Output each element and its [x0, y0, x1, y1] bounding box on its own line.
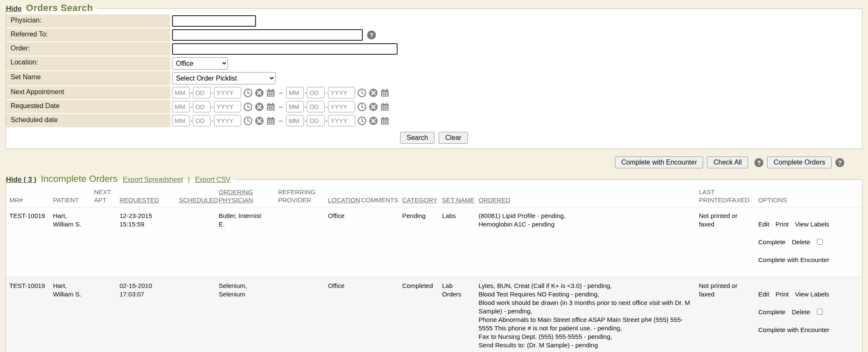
search-buttons-row: Search Clear	[6, 128, 862, 148]
clock-icon[interactable]	[357, 116, 367, 126]
requested-from-year-input[interactable]	[214, 101, 241, 112]
date-separator: -	[304, 103, 306, 111]
help-icon[interactable]: ?	[835, 158, 844, 167]
edit-link[interactable]: Edit	[758, 291, 769, 298]
clock-icon[interactable]	[243, 102, 253, 112]
date-separator: -	[325, 117, 327, 125]
order-select-checkbox[interactable]	[817, 309, 823, 315]
scheduled-to-year-input[interactable]	[328, 115, 355, 126]
cell-ordering-physician: Butler, Internist E.	[215, 207, 275, 277]
top-action-bar: Complete with Encounter Check All ? Comp…	[0, 156, 844, 168]
check-all-button[interactable]: Check All	[707, 156, 748, 168]
delete-link[interactable]: Delete	[792, 308, 810, 316]
export-spreadsheet-link[interactable]: Export Spreadsheet	[123, 176, 183, 183]
column-header-category[interactable]: CATEGORY	[399, 185, 439, 207]
order-select-checkbox[interactable]	[817, 239, 823, 245]
requested-from-month-input[interactable]	[172, 101, 190, 112]
help-icon[interactable]: ?	[754, 158, 763, 167]
complete-with-encounter-button[interactable]: Complete with Encounter	[615, 156, 704, 168]
clear-date-icon[interactable]	[369, 116, 378, 126]
calendar-icon[interactable]	[266, 88, 275, 98]
column-header-requested[interactable]: REQUESTED	[116, 185, 175, 207]
referred-to-label: Referred To:	[6, 28, 170, 42]
requested-date-label: Requested Date	[6, 100, 170, 113]
table-row: TEST-10019 Hart, William S. 02-15-2010 1…	[6, 277, 862, 352]
scheduled-from-day-input[interactable]	[193, 115, 211, 126]
column-header-referring-provider: REFERRINGPROVIDER	[275, 185, 325, 207]
complete-with-encounter-link[interactable]: Complete with Encounter	[758, 326, 829, 333]
clear-date-icon[interactable]	[255, 88, 264, 98]
form-row-order: Order:	[6, 42, 862, 56]
clear-date-icon[interactable]	[255, 116, 264, 126]
cell-last-printed: Not printed or faxed	[696, 277, 755, 352]
incomplete-orders-title: Incomplete Orders	[41, 173, 117, 184]
requested-from-day-input[interactable]	[193, 101, 211, 112]
scheduled-to-day-input[interactable]	[307, 115, 325, 126]
column-header-scheduled[interactable]: SCHEDULED	[175, 185, 215, 207]
cell-location: Office	[325, 277, 358, 352]
column-header-location[interactable]: LOCATION	[325, 185, 358, 207]
hide-search-link[interactable]: Hide	[6, 5, 22, 13]
calendar-icon[interactable]	[380, 116, 389, 126]
date-separator: -	[190, 103, 192, 111]
complete-link[interactable]: Complete	[758, 308, 785, 316]
view-labels-link[interactable]: View Labels	[795, 221, 829, 228]
next-apt-from-year-input[interactable]	[214, 87, 241, 98]
print-link[interactable]: Print	[776, 291, 789, 298]
calendar-icon[interactable]	[266, 116, 275, 126]
next-apt-to-year-input[interactable]	[328, 87, 355, 98]
physician-input[interactable]	[172, 15, 256, 27]
view-labels-link[interactable]: View Labels	[795, 291, 829, 298]
calendar-icon[interactable]	[380, 88, 389, 98]
clock-icon[interactable]	[357, 88, 367, 98]
print-link[interactable]: Print	[776, 221, 789, 228]
date-separator: -	[211, 117, 213, 125]
next-apt-from-day-input[interactable]	[193, 87, 211, 98]
next-apt-to-day-input[interactable]	[307, 87, 325, 98]
column-header-ordering-physician[interactable]: ORDERINGPHYSICIAN	[215, 185, 275, 207]
column-header-mr: MR#	[6, 185, 50, 207]
date-separator: -	[211, 89, 213, 97]
delete-link[interactable]: Delete	[792, 238, 810, 246]
clear-date-icon[interactable]	[369, 88, 378, 98]
scheduled-from-year-input[interactable]	[214, 115, 241, 126]
scheduled-date-label: Scheduled date	[6, 114, 170, 127]
scheduled-from-month-input[interactable]	[172, 115, 190, 126]
edit-link[interactable]: Edit	[758, 221, 769, 228]
requested-to-day-input[interactable]	[307, 101, 325, 112]
export-csv-link[interactable]: Export CSV	[195, 176, 231, 183]
date-range-separator: –	[279, 117, 283, 125]
cell-set-name: Lab Orders	[439, 277, 475, 352]
clock-icon[interactable]	[243, 116, 253, 126]
calendar-icon[interactable]	[266, 102, 275, 112]
requested-to-year-input[interactable]	[328, 101, 355, 112]
referred-to-input[interactable]	[172, 29, 363, 41]
hide-orders-link[interactable]: Hide ( 3 )	[6, 176, 36, 184]
column-header-set-name[interactable]: SET NAME	[439, 185, 475, 207]
calendar-icon[interactable]	[380, 102, 389, 112]
set-name-select[interactable]: Select Order Picklist	[172, 72, 275, 84]
clear-date-icon[interactable]	[255, 102, 264, 112]
clear-button[interactable]: Clear	[439, 132, 467, 144]
column-header-ordered[interactable]: ORDERED	[475, 185, 696, 207]
complete-with-encounter-link[interactable]: Complete with Encounter	[758, 256, 829, 263]
order-input[interactable]	[172, 43, 398, 55]
clear-date-icon[interactable]	[369, 102, 378, 112]
complete-orders-button[interactable]: Complete Orders	[767, 156, 832, 168]
location-select[interactable]: Office	[172, 57, 228, 70]
next-apt-from-month-input[interactable]	[172, 87, 190, 98]
clock-icon[interactable]	[357, 102, 367, 112]
cell-location: Office	[325, 207, 358, 277]
date-separator: -	[325, 89, 327, 97]
incomplete-orders-panel: Hide ( 3 ) Incomplete Orders Export Spre…	[6, 173, 862, 352]
referred-to-help-icon[interactable]: ?	[367, 31, 376, 39]
date-separator: -	[190, 117, 192, 125]
form-row-requested-date: Requested Date -- – --	[6, 100, 862, 113]
orders-search-panel: Hide Orders Search Physician: Referred T…	[6, 3, 862, 149]
search-button[interactable]: Search	[400, 132, 434, 144]
requested-to-month-input[interactable]	[286, 101, 304, 112]
clock-icon[interactable]	[243, 88, 253, 98]
scheduled-to-month-input[interactable]	[286, 115, 304, 126]
complete-link[interactable]: Complete	[758, 238, 785, 246]
next-apt-to-month-input[interactable]	[286, 87, 304, 98]
